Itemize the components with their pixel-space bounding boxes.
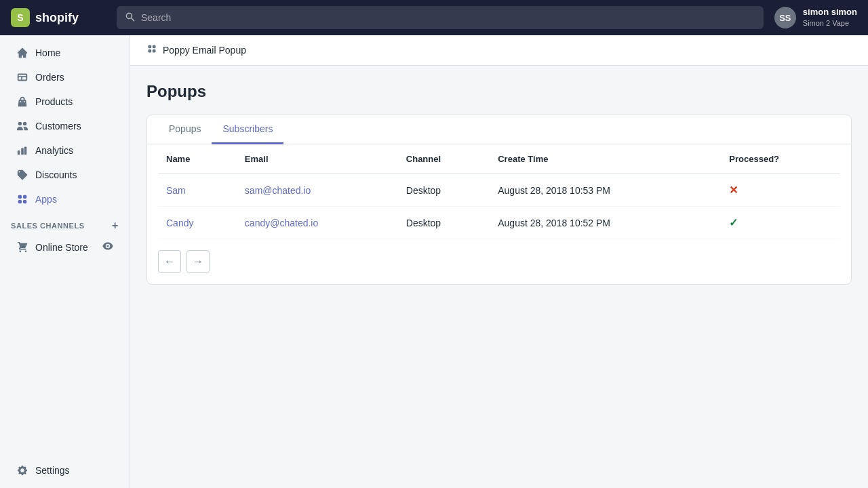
main-content: Poppy Email Popup Popups Popups Subscrib… <box>130 35 868 488</box>
home-icon <box>16 47 28 59</box>
sidebar-item-settings[interactable]: Settings <box>5 459 124 482</box>
analytics-icon <box>16 144 28 157</box>
sidebar-item-orders[interactable]: Orders <box>5 66 124 89</box>
products-icon <box>16 96 28 108</box>
pagination: ← → <box>147 239 851 284</box>
col-header-channel: Channel <box>398 144 490 174</box>
col-header-name: Name <box>158 144 237 174</box>
online-store-label: Online Store <box>35 242 88 253</box>
breadcrumb-grid-icon <box>146 43 157 57</box>
apps-icon <box>16 193 28 205</box>
sidebar-item-apps-label: Apps <box>35 194 57 205</box>
sidebar-item-orders-label: Orders <box>35 72 64 83</box>
settings-icon <box>16 464 28 476</box>
search-input[interactable] <box>141 12 755 23</box>
online-store-icon <box>16 241 28 253</box>
user-name: simon simon <box>803 7 857 18</box>
sidebar-item-online-store[interactable]: Online Store <box>5 235 124 259</box>
subscriber-email-1[interactable]: candy@chated.io <box>237 207 398 239</box>
col-header-email: Email <box>237 144 398 174</box>
sidebar-item-discounts[interactable]: Discounts <box>5 163 124 186</box>
add-channel-icon[interactable]: + <box>112 220 119 232</box>
subscriber-create-time-1: August 28, 2018 10:52 PM <box>490 207 721 239</box>
prev-page-button[interactable]: ← <box>158 250 181 273</box>
sidebar-item-analytics-label: Analytics <box>35 145 73 156</box>
sidebar-item-apps[interactable]: Apps <box>5 188 124 211</box>
user-menu[interactable]: SS simon simon Simon 2 Vape <box>774 7 857 28</box>
user-info: simon simon Simon 2 Vape <box>803 7 857 28</box>
col-header-create-time: Create Time <box>490 144 721 174</box>
avatar: SS <box>774 7 796 28</box>
subscribers-table: Name Email Channel Create Time Processed… <box>158 144 840 239</box>
popups-card: Popups Subscribers Name Email Channel Cr… <box>146 115 852 285</box>
discounts-icon <box>16 169 28 181</box>
x-icon: ✕ <box>729 184 738 196</box>
logo-text: shopify <box>35 11 79 25</box>
table-row: Samsam@chated.ioDesktopAugust 28, 2018 1… <box>158 174 840 207</box>
check-icon: ✓ <box>729 217 738 228</box>
sidebar-item-home-label: Home <box>35 47 60 58</box>
orders-icon <box>16 71 28 83</box>
sales-channels-section: SALES CHANNELS + <box>0 211 130 235</box>
sidebar: Home Orders Products Customers Analytics <box>0 35 130 488</box>
subscriber-channel-1: Desktop <box>398 207 490 239</box>
table-row: Candycandy@chated.ioDesktopAugust 28, 20… <box>158 207 840 239</box>
subscribers-table-container: Name Email Channel Create Time Processed… <box>147 144 851 239</box>
subscriber-processed-1: ✓ <box>721 207 840 239</box>
col-header-processed: Processed? <box>721 144 840 174</box>
sidebar-item-customers[interactable]: Customers <box>5 115 124 138</box>
top-nav: S shopify SS simon simon Simon 2 Vape <box>0 0 868 35</box>
subscriber-email-0[interactable]: sam@chated.io <box>237 174 398 207</box>
page-title: Popups <box>146 82 852 101</box>
breadcrumb-text: Poppy Email Popup <box>163 45 246 56</box>
subscriber-name-1[interactable]: Candy <box>158 207 237 239</box>
tab-popups[interactable]: Popups <box>158 115 212 144</box>
breadcrumb: Poppy Email Popup <box>130 35 868 66</box>
sidebar-item-discounts-label: Discounts <box>35 169 77 180</box>
tab-subscribers[interactable]: Subscribers <box>212 115 283 144</box>
search-bar[interactable] <box>117 6 764 29</box>
logo[interactable]: S shopify <box>11 8 106 27</box>
subscriber-name-0[interactable]: Sam <box>158 174 237 207</box>
online-store-eye-icon[interactable] <box>102 241 113 253</box>
search-icon <box>125 12 136 24</box>
page-content: Popups Popups Subscribers Name Email Ch <box>130 66 868 301</box>
sidebar-item-analytics[interactable]: Analytics <box>5 139 124 162</box>
sidebar-item-products-label: Products <box>35 96 73 107</box>
subscriber-channel-0: Desktop <box>398 174 490 207</box>
subscriber-processed-0: ✕ <box>721 174 840 207</box>
sidebar-item-products[interactable]: Products <box>5 90 124 113</box>
sales-channels-label: SALES CHANNELS <box>11 222 85 230</box>
shopify-logo-icon: S <box>11 8 30 27</box>
sidebar-item-customers-label: Customers <box>35 121 81 131</box>
tabs: Popups Subscribers <box>147 115 851 144</box>
sidebar-item-home[interactable]: Home <box>5 41 124 64</box>
online-store-left: Online Store <box>16 241 88 253</box>
user-store: Simon 2 Vape <box>803 18 857 28</box>
sidebar-item-settings-label: Settings <box>35 465 70 476</box>
next-page-button[interactable]: → <box>186 250 210 273</box>
subscriber-create-time-0: August 28, 2018 10:53 PM <box>490 174 721 207</box>
customers-icon <box>16 120 28 132</box>
